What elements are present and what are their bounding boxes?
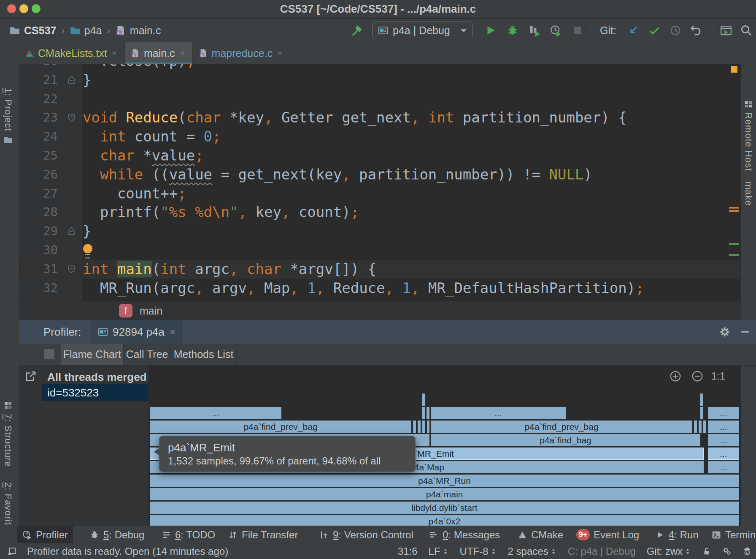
flame-bar[interactable] [703,421,706,433]
flame-bar[interactable] [427,421,429,433]
flame-bar[interactable] [699,421,702,433]
flame-bar-p4a-find_prev_bag[interactable]: p4a`find_prev_bag [150,421,411,433]
flame-bar-libdyld-dylib-start[interactable]: libdyld.dylib`start [150,502,739,514]
breadcrumb-item-p4a[interactable]: p4a [84,24,102,37]
flame-bar[interactable] [422,407,425,419]
flame-bar[interactable] [700,407,703,419]
stripe-button-structure[interactable]: 7: Structure [3,414,14,467]
close-tab-icon[interactable] [276,50,283,57]
flame-bar-p4a-find_prev_bag[interactable]: p4a`find_prev_bag [431,421,692,433]
run-with-profiler-button[interactable] [528,24,541,37]
flame-bar[interactable] [427,407,429,419]
debug-button[interactable] [506,24,519,37]
tool-window-button-terminal[interactable]: Terminal [706,526,756,543]
status-widget-2-spaces[interactable]: 2 spaces [508,545,557,557]
run-anything-icon[interactable] [720,24,732,37]
tool-window-switcher-icon[interactable] [7,546,17,556]
code-line-26[interactable]: 26 while ((value = get_next(key, partiti… [19,165,741,184]
code-line-21[interactable]: 21} [19,71,741,90]
tool-window-button-profiler[interactable]: Profiler [17,526,73,543]
tool-window-button-cmake[interactable]: CMake [512,526,568,543]
status-widget-lf[interactable]: LF [429,545,449,557]
code-line-24[interactable]: 24 int count = 0; [19,127,741,146]
error-stripe-warning-square[interactable] [731,66,737,73]
flame-bar[interactable]: ... [708,407,739,419]
tool-window-button-run[interactable]: 4: Run [650,526,704,543]
tool-window-button-debug[interactable]: 5: Debug [84,526,149,543]
status-widget-git-zwx[interactable]: Git: zwx [647,545,691,557]
background-tasks-gears-icon[interactable] [722,547,732,556]
run-button[interactable] [484,24,497,37]
flame-bar-p4a-find_bag[interactable]: p4a`find_bag [431,434,700,446]
code-line-23[interactable]: 23void Reduce(char *key, Getter get_next… [19,108,741,127]
tool-window-button-messages[interactable]: 0: Messages [424,526,505,543]
code-line-29[interactable]: 29} [19,222,741,241]
code-line-28[interactable]: 28 printf("%s %d\n", key, count); [19,203,741,222]
code-line-31[interactable]: 31int main(int argc, char *argv[]) { [19,260,741,279]
stripe-button-project[interactable]: 1: Project [3,88,14,131]
flame-bar-p4a-0x2[interactable]: p4a`0x2 [150,515,739,526]
profile-button[interactable] [549,24,562,37]
intention-bulb-icon[interactable] [83,244,92,253]
editor-tab-main.c[interactable]: cmain.c [125,42,193,64]
flame-bar[interactable] [700,393,703,406]
gear-icon[interactable] [719,326,730,337]
tool-window-button-file-transfer[interactable]: File Transfer [223,526,303,543]
flame-bar[interactable]: ... [708,421,739,433]
unfold-region-icon[interactable] [67,76,76,84]
zoom-reset-button[interactable]: 1:1 [711,370,725,383]
code-editor[interactable]: 20 fclose(fp);21}2223void Reduce(char *k… [19,64,741,301]
code-line-22[interactable]: 22 [19,90,741,109]
profiler-tab-flame-chart[interactable]: Flame Chart [61,344,124,365]
open-in-new-window-icon[interactable] [24,370,37,383]
hide-panel-icon[interactable] [740,326,751,337]
error-stripe-mark[interactable] [729,210,739,212]
tool-window-button-todo[interactable]: 6: TODO [156,526,220,543]
flame-bar[interactable] [694,421,697,433]
stripe-button-remote-host[interactable]: Remote Host [743,112,754,171]
flame-bar[interactable] [413,421,416,433]
stripe-button-make[interactable]: make [743,182,754,206]
breadcrumb-function-name[interactable]: main [140,301,162,320]
error-stripe-mark[interactable] [729,243,739,245]
code-line-32[interactable]: 32 MR_Run(argc, argv, Map, 1, Reduce, 1,… [19,279,741,298]
code-line-20[interactable]: 20 fclose(fp); [19,64,741,71]
tool-window-button-event-log[interactable]: 9+Event Log [571,526,644,543]
git-update-button[interactable] [627,24,640,37]
status-widget-31-6[interactable]: 31:6 [398,545,418,557]
editor-tab-CMakeLists.txt[interactable]: CMakeLists.txt [19,42,125,64]
fold-region-icon[interactable] [67,265,76,274]
profiler-session-tab[interactable]: 92894 p4a [91,320,183,344]
status-widget-utf-8[interactable]: UTF-8 [460,545,497,557]
run-configuration-select[interactable]: p4a | Debug [372,22,472,39]
code-line-30[interactable]: 30 [19,241,741,260]
flame-bar-p4a-main[interactable]: p4a`main [150,488,739,500]
unfold-region-icon[interactable] [67,227,76,236]
hector-inspector-icon[interactable] [742,547,752,556]
flame-bar[interactable] [422,421,425,433]
flame-bar[interactable] [418,421,421,433]
zoom-in-icon[interactable] [669,370,682,383]
flame-bar[interactable]: ... [708,461,739,473]
flame-bar[interactable]: ... [150,407,281,419]
fold-region-icon[interactable] [67,113,76,122]
flame-bar[interactable] [422,393,425,406]
rollback-button[interactable] [689,24,702,37]
profiler-tab-call-tree[interactable]: Call Tree [124,344,171,365]
tool-window-button-version-control[interactable]: 9: Version Control [314,526,418,543]
code-line-27[interactable]: 27 count++; [19,184,741,203]
error-stripe-mark[interactable] [729,207,739,209]
zoom-out-icon[interactable] [691,370,704,383]
thread-row-selected[interactable]: id=532523 [42,384,148,401]
unlock-icon[interactable] [702,547,711,556]
git-commit-button[interactable] [648,24,661,37]
breadcrumb-item-CS537[interactable]: CS537 [24,24,56,37]
profiler-tab-methods-list[interactable]: Methods List [171,344,237,365]
search-everywhere-icon[interactable] [740,24,753,37]
close-session-icon[interactable] [169,328,176,336]
editor-tab-mapreduce.c[interactable]: cmapreduce.c [193,42,291,64]
close-tab-icon[interactable] [179,50,186,57]
flame-bar[interactable]: ... [708,434,739,446]
breadcrumb-item-main.c[interactable]: main.c [130,24,161,37]
code-line-25[interactable]: 25 char *value; [19,146,741,165]
